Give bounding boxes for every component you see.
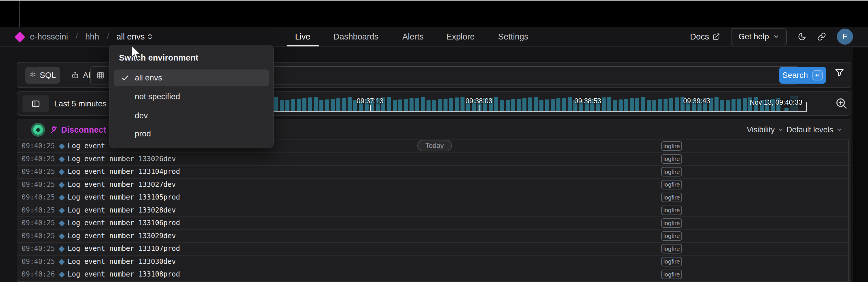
avatar[interactable]: E — [837, 29, 853, 45]
histogram-bar — [404, 99, 408, 111]
environment-switcher[interactable]: all envs — [116, 32, 152, 41]
histogram-bar — [607, 97, 611, 111]
histogram-bar — [348, 97, 352, 111]
breadcrumb-project[interactable]: hhh — [85, 32, 99, 41]
histogram-bar — [280, 100, 284, 111]
histogram-end-tick — [806, 102, 807, 112]
query-input[interactable] — [187, 66, 798, 84]
sql-mode-button[interactable]: SQL — [25, 67, 60, 84]
docs-label: Docs — [690, 32, 709, 41]
histogram-bar — [624, 99, 628, 111]
top-black-bar — [0, 1, 868, 27]
scope-badge: logfire — [661, 231, 682, 241]
visibility-label: Visibility — [747, 125, 775, 134]
log-row[interactable]: 09:40:25Log event number 133105prodlogfi… — [17, 191, 851, 204]
row-right-border — [848, 153, 849, 166]
log-row[interactable]: 09:40:25Log event number 133027devlogfir… — [17, 178, 851, 191]
histogram-bar — [427, 100, 431, 111]
tab-alerts[interactable]: Alerts — [402, 27, 424, 47]
histogram-bar — [494, 97, 498, 111]
log-message: Log event number 133104prod — [68, 168, 180, 176]
visibility-menu[interactable]: Visibility — [747, 119, 784, 140]
log-level-diamond-icon — [59, 233, 65, 239]
search-button[interactable]: Search ↵ — [779, 67, 826, 84]
row-right-border — [848, 166, 849, 178]
histogram-bar — [331, 99, 335, 111]
scope-badge: logfire — [661, 218, 682, 228]
histogram-bar — [274, 97, 278, 111]
log-level-diamond-icon — [59, 156, 65, 162]
tab-live[interactable]: Live — [295, 27, 310, 47]
histogram-bar — [714, 97, 718, 111]
log-message: Log event number 133029dev — [68, 232, 176, 240]
scope-badge: logfire — [661, 257, 682, 266]
disconnect-button[interactable]: Disconnect — [50, 119, 106, 140]
zoom-in-icon[interactable] — [835, 96, 848, 112]
mouse-cursor — [131, 46, 142, 61]
env-option-dev[interactable]: dev — [114, 107, 269, 124]
scope-badge: logfire — [661, 270, 682, 279]
filter-funnel-icon[interactable] — [835, 68, 844, 79]
histogram-tick-label: 09:38:53 — [574, 97, 601, 105]
histogram-bar — [556, 98, 560, 111]
histogram-bar — [635, 98, 639, 111]
histogram-bar — [285, 100, 289, 111]
time-range-selector[interactable]: Last 5 minutes — [54, 92, 116, 116]
docs-link[interactable]: Docs — [690, 32, 720, 41]
histogram-bar — [291, 99, 295, 111]
tab-explore[interactable]: Explore — [446, 27, 475, 47]
histogram-bar — [415, 98, 419, 111]
histogram-bar — [506, 100, 510, 111]
histogram-bar — [647, 100, 651, 111]
histogram-bar — [336, 98, 340, 111]
histogram-bar — [409, 98, 413, 111]
log-row[interactable]: 09:40:25Log event number 133107prodlogfi… — [17, 242, 851, 255]
log-row[interactable]: 09:40:26Log event number 133108prodlogfi… — [17, 268, 851, 281]
sidebar-toggle-button[interactable] — [23, 95, 49, 112]
sql-label: SQL — [40, 70, 56, 80]
log-level-diamond-icon — [59, 220, 65, 226]
log-timestamp: 09:40:25 — [22, 206, 55, 214]
get-help-button[interactable]: Get help — [731, 28, 787, 45]
theme-moon-icon[interactable] — [798, 32, 806, 41]
histogram-bar — [562, 98, 566, 111]
log-row[interactable]: 09:40:26Log event number 133031devlogfir… — [17, 281, 851, 282]
log-row[interactable]: 09:40:25Log event number 133026devlogfir… — [17, 152, 851, 166]
histogram-tick — [588, 105, 588, 111]
env-option-label: not specified — [135, 92, 180, 101]
log-row[interactable]: 09:40:25Log event number 133029devlogfir… — [17, 229, 851, 243]
histogram-bar — [534, 97, 538, 111]
environment-label: all envs — [116, 32, 145, 41]
share-link-icon[interactable] — [817, 32, 826, 41]
histogram-bar — [319, 100, 323, 111]
env-option-prod[interactable]: prod — [114, 125, 269, 142]
log-timestamp: 09:40:25 — [22, 155, 55, 163]
log-level-diamond-icon — [59, 182, 65, 188]
row-right-border — [848, 191, 849, 204]
log-row[interactable]: 09:40:25Log event number 133104prodlogfi… — [17, 165, 851, 178]
env-option-all-envs[interactable]: all envs — [114, 69, 269, 86]
breadcrumb: e-hosseini / hhh / all envs — [30, 27, 152, 47]
log-row[interactable]: 09:40:25Log event number 133030devlogfir… — [17, 255, 851, 268]
breadcrumb-org[interactable]: e-hosseini — [30, 32, 68, 41]
env-option-not-specified[interactable]: not specified — [114, 88, 269, 105]
log-level-diamond-icon — [59, 272, 65, 278]
histogram-bar — [652, 100, 656, 111]
histogram-tick — [696, 105, 697, 111]
log-row[interactable]: 09:40:25Log event number 133028devlogfir… — [17, 204, 851, 217]
get-help-label: Get help — [738, 32, 769, 41]
row-right-border — [848, 243, 849, 255]
histogram-bar — [393, 100, 397, 111]
histogram-tick — [479, 105, 479, 111]
time-range-label: Last 5 minutes — [54, 99, 106, 108]
histogram-bar — [551, 99, 555, 111]
log-level-diamond-icon — [59, 259, 65, 265]
default-levels-menu[interactable]: Default levels — [786, 119, 842, 140]
histogram-bar — [737, 98, 741, 111]
logo-pointer-line — [19, 1, 20, 30]
log-row[interactable]: 09:40:25Log event number 133106prodlogfi… — [17, 217, 851, 229]
tab-dashboards[interactable]: Dashboards — [334, 27, 378, 47]
search-label: Search — [782, 70, 808, 80]
log-message: Log event — [68, 142, 105, 150]
tab-settings[interactable]: Settings — [498, 27, 528, 47]
